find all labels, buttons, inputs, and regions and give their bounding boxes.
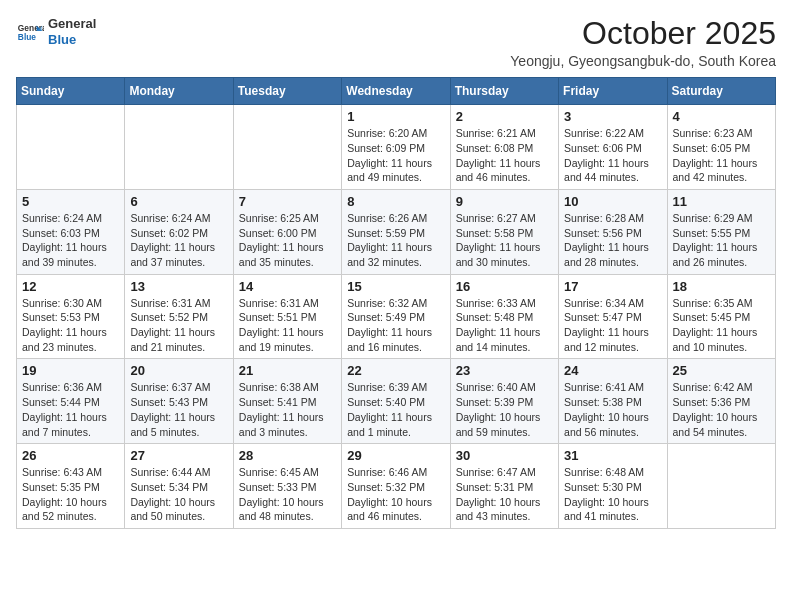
calendar-cell: 7Sunrise: 6:25 AMSunset: 6:00 PMDaylight… — [233, 189, 341, 274]
day-info: Sunrise: 6:43 AMSunset: 5:35 PMDaylight:… — [22, 465, 119, 524]
calendar-week-3: 12Sunrise: 6:30 AMSunset: 5:53 PMDayligh… — [17, 274, 776, 359]
calendar-cell: 28Sunrise: 6:45 AMSunset: 5:33 PMDayligh… — [233, 444, 341, 529]
day-info: Sunrise: 6:22 AMSunset: 6:06 PMDaylight:… — [564, 126, 661, 185]
calendar-cell: 6Sunrise: 6:24 AMSunset: 6:02 PMDaylight… — [125, 189, 233, 274]
calendar-cell: 21Sunrise: 6:38 AMSunset: 5:41 PMDayligh… — [233, 359, 341, 444]
calendar-cell: 5Sunrise: 6:24 AMSunset: 6:03 PMDaylight… — [17, 189, 125, 274]
day-info: Sunrise: 6:28 AMSunset: 5:56 PMDaylight:… — [564, 211, 661, 270]
day-info: Sunrise: 6:24 AMSunset: 6:02 PMDaylight:… — [130, 211, 227, 270]
day-info: Sunrise: 6:45 AMSunset: 5:33 PMDaylight:… — [239, 465, 336, 524]
calendar-header: SundayMondayTuesdayWednesdayThursdayFrid… — [17, 78, 776, 105]
day-info: Sunrise: 6:32 AMSunset: 5:49 PMDaylight:… — [347, 296, 444, 355]
calendar-body: 1Sunrise: 6:20 AMSunset: 6:09 PMDaylight… — [17, 105, 776, 529]
calendar-cell: 13Sunrise: 6:31 AMSunset: 5:52 PMDayligh… — [125, 274, 233, 359]
day-info: Sunrise: 6:36 AMSunset: 5:44 PMDaylight:… — [22, 380, 119, 439]
day-info: Sunrise: 6:21 AMSunset: 6:08 PMDaylight:… — [456, 126, 553, 185]
calendar-week-1: 1Sunrise: 6:20 AMSunset: 6:09 PMDaylight… — [17, 105, 776, 190]
day-number: 23 — [456, 363, 553, 378]
weekday-header-monday: Monday — [125, 78, 233, 105]
day-info: Sunrise: 6:47 AMSunset: 5:31 PMDaylight:… — [456, 465, 553, 524]
day-number: 12 — [22, 279, 119, 294]
svg-text:Blue: Blue — [18, 32, 36, 42]
day-number: 13 — [130, 279, 227, 294]
logo: General Blue General Blue — [16, 16, 96, 47]
calendar-cell — [125, 105, 233, 190]
calendar-cell: 15Sunrise: 6:32 AMSunset: 5:49 PMDayligh… — [342, 274, 450, 359]
day-number: 9 — [456, 194, 553, 209]
day-number: 4 — [673, 109, 770, 124]
day-number: 1 — [347, 109, 444, 124]
day-info: Sunrise: 6:27 AMSunset: 5:58 PMDaylight:… — [456, 211, 553, 270]
day-number: 31 — [564, 448, 661, 463]
calendar-cell: 16Sunrise: 6:33 AMSunset: 5:48 PMDayligh… — [450, 274, 558, 359]
calendar-cell: 1Sunrise: 6:20 AMSunset: 6:09 PMDaylight… — [342, 105, 450, 190]
day-info: Sunrise: 6:31 AMSunset: 5:51 PMDaylight:… — [239, 296, 336, 355]
title-block: October 2025 Yeongju, Gyeongsangbuk-do, … — [510, 16, 776, 69]
day-info: Sunrise: 6:24 AMSunset: 6:03 PMDaylight:… — [22, 211, 119, 270]
weekday-header-wednesday: Wednesday — [342, 78, 450, 105]
logo-icon: General Blue — [16, 18, 44, 46]
calendar-cell: 12Sunrise: 6:30 AMSunset: 5:53 PMDayligh… — [17, 274, 125, 359]
calendar-cell — [233, 105, 341, 190]
day-info: Sunrise: 6:33 AMSunset: 5:48 PMDaylight:… — [456, 296, 553, 355]
header-row: SundayMondayTuesdayWednesdayThursdayFrid… — [17, 78, 776, 105]
day-number: 28 — [239, 448, 336, 463]
day-info: Sunrise: 6:23 AMSunset: 6:05 PMDaylight:… — [673, 126, 770, 185]
month-title: October 2025 — [510, 16, 776, 51]
calendar-cell: 27Sunrise: 6:44 AMSunset: 5:34 PMDayligh… — [125, 444, 233, 529]
day-number: 11 — [673, 194, 770, 209]
calendar-cell: 24Sunrise: 6:41 AMSunset: 5:38 PMDayligh… — [559, 359, 667, 444]
day-number: 7 — [239, 194, 336, 209]
calendar-cell: 10Sunrise: 6:28 AMSunset: 5:56 PMDayligh… — [559, 189, 667, 274]
day-info: Sunrise: 6:34 AMSunset: 5:47 PMDaylight:… — [564, 296, 661, 355]
calendar-cell: 26Sunrise: 6:43 AMSunset: 5:35 PMDayligh… — [17, 444, 125, 529]
day-info: Sunrise: 6:41 AMSunset: 5:38 PMDaylight:… — [564, 380, 661, 439]
calendar-cell: 11Sunrise: 6:29 AMSunset: 5:55 PMDayligh… — [667, 189, 775, 274]
day-info: Sunrise: 6:25 AMSunset: 6:00 PMDaylight:… — [239, 211, 336, 270]
day-info: Sunrise: 6:38 AMSunset: 5:41 PMDaylight:… — [239, 380, 336, 439]
calendar-cell: 31Sunrise: 6:48 AMSunset: 5:30 PMDayligh… — [559, 444, 667, 529]
page-header: General Blue General Blue October 2025 Y… — [16, 16, 776, 69]
day-number: 6 — [130, 194, 227, 209]
calendar-cell: 23Sunrise: 6:40 AMSunset: 5:39 PMDayligh… — [450, 359, 558, 444]
day-info: Sunrise: 6:37 AMSunset: 5:43 PMDaylight:… — [130, 380, 227, 439]
day-number: 22 — [347, 363, 444, 378]
calendar-cell: 18Sunrise: 6:35 AMSunset: 5:45 PMDayligh… — [667, 274, 775, 359]
day-number: 18 — [673, 279, 770, 294]
calendar-week-5: 26Sunrise: 6:43 AMSunset: 5:35 PMDayligh… — [17, 444, 776, 529]
day-info: Sunrise: 6:31 AMSunset: 5:52 PMDaylight:… — [130, 296, 227, 355]
day-number: 16 — [456, 279, 553, 294]
day-number: 24 — [564, 363, 661, 378]
day-info: Sunrise: 6:39 AMSunset: 5:40 PMDaylight:… — [347, 380, 444, 439]
day-info: Sunrise: 6:48 AMSunset: 5:30 PMDaylight:… — [564, 465, 661, 524]
day-number: 20 — [130, 363, 227, 378]
calendar-cell: 19Sunrise: 6:36 AMSunset: 5:44 PMDayligh… — [17, 359, 125, 444]
day-number: 8 — [347, 194, 444, 209]
day-number: 5 — [22, 194, 119, 209]
day-info: Sunrise: 6:44 AMSunset: 5:34 PMDaylight:… — [130, 465, 227, 524]
calendar-cell: 2Sunrise: 6:21 AMSunset: 6:08 PMDaylight… — [450, 105, 558, 190]
day-number: 25 — [673, 363, 770, 378]
weekday-header-tuesday: Tuesday — [233, 78, 341, 105]
location-subtitle: Yeongju, Gyeongsangbuk-do, South Korea — [510, 53, 776, 69]
calendar-cell — [667, 444, 775, 529]
calendar-cell: 22Sunrise: 6:39 AMSunset: 5:40 PMDayligh… — [342, 359, 450, 444]
logo-text: General Blue — [48, 16, 96, 47]
day-info: Sunrise: 6:35 AMSunset: 5:45 PMDaylight:… — [673, 296, 770, 355]
calendar-cell: 30Sunrise: 6:47 AMSunset: 5:31 PMDayligh… — [450, 444, 558, 529]
weekday-header-sunday: Sunday — [17, 78, 125, 105]
calendar-cell: 20Sunrise: 6:37 AMSunset: 5:43 PMDayligh… — [125, 359, 233, 444]
calendar-cell: 29Sunrise: 6:46 AMSunset: 5:32 PMDayligh… — [342, 444, 450, 529]
weekday-header-friday: Friday — [559, 78, 667, 105]
weekday-header-saturday: Saturday — [667, 78, 775, 105]
calendar-cell: 4Sunrise: 6:23 AMSunset: 6:05 PMDaylight… — [667, 105, 775, 190]
day-number: 30 — [456, 448, 553, 463]
weekday-header-thursday: Thursday — [450, 78, 558, 105]
calendar-cell: 14Sunrise: 6:31 AMSunset: 5:51 PMDayligh… — [233, 274, 341, 359]
calendar-cell — [17, 105, 125, 190]
day-number: 3 — [564, 109, 661, 124]
day-number: 26 — [22, 448, 119, 463]
day-number: 17 — [564, 279, 661, 294]
day-number: 21 — [239, 363, 336, 378]
calendar-table: SundayMondayTuesdayWednesdayThursdayFrid… — [16, 77, 776, 529]
